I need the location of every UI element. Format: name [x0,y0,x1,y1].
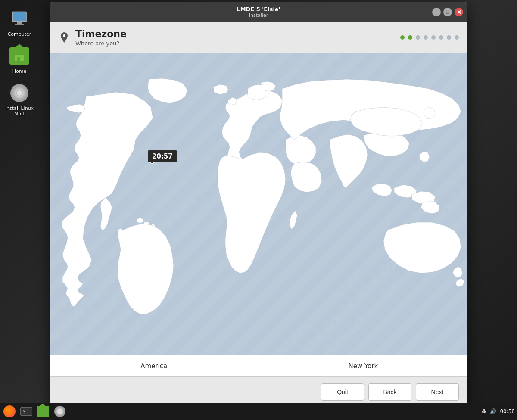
progress-dots [400,35,459,40]
terminal-icon [20,407,32,416]
dot-6 [439,35,443,40]
dot-5 [431,35,436,40]
install-icon [9,83,30,103]
dot-4 [424,35,428,40]
taskbar: 🖧 🔊 00:58 [0,403,517,420]
taskbar-files[interactable] [36,404,50,419]
quit-button[interactable]: Quit [321,383,364,401]
svg-rect-1 [13,12,26,21]
minimize-button[interactable]: − [432,8,441,16]
install-desktop-icon[interactable]: Install Linux Mint [4,83,34,117]
location-icon [58,31,70,44]
installer-window: LMDE 5 'Elsie' Installer − □ ✕ Timezone [50,2,467,407]
title-bar: LMDE 5 'Elsie' Installer − □ ✕ [50,2,467,22]
taskbar-terminal[interactable] [19,404,34,419]
page-title: Timezone [75,28,127,39]
map-container[interactable]: 20:57 [50,53,467,355]
taskbar-clock: 00:58 [500,408,515,414]
computer-icon [9,9,30,29]
home-icon [9,46,30,66]
back-button[interactable]: Back [368,383,411,401]
header-title-group: Timezone Where are you? [75,28,127,47]
desktop-icons: Computer Home Install Linux Mint [4,9,34,117]
title-bar-text: LMDE 5 'Elsie' Installer [237,6,280,18]
svg-rect-2 [17,22,22,24]
page-subtitle: Where are you? [75,40,127,47]
timezone-city-selector[interactable]: New York [259,355,468,376]
dot-8 [455,35,459,40]
files-icon [37,406,49,417]
svg-rect-5 [17,57,20,61]
header-left: Timezone Where are you? [58,28,127,47]
svg-rect-3 [15,24,24,25]
computer-icon-label: Computer [8,31,31,37]
svg-point-7 [137,218,143,223]
cd-taskbar-icon [54,406,65,417]
dot-7 [447,35,451,40]
next-button[interactable]: Next [416,383,459,401]
taskbar-firefox[interactable] [2,404,17,419]
taskbar-network-icon: 🖧 [481,408,486,414]
home-icon-label: Home [12,68,26,74]
computer-desktop-icon[interactable]: Computer [4,9,34,37]
taskbar-volume-icon: 🔊 [490,408,496,414]
title-bar-buttons: − □ ✕ [432,8,463,16]
taskbar-right: 🖧 🔊 00:58 [481,408,515,414]
time-tooltip: 20:57 [148,150,177,162]
home-desktop-icon[interactable]: Home [4,46,34,74]
install-icon-label: Install Linux Mint [4,106,34,117]
close-button[interactable]: ✕ [455,8,463,16]
dot-2 [408,35,412,40]
maximize-button[interactable]: □ [443,8,452,16]
desktop: Computer Home Install Linux Mint [0,0,517,420]
dot-1 [400,35,405,40]
window-subtitle: Installer [249,12,268,18]
firefox-icon [3,405,16,417]
taskbar-cd[interactable] [53,404,67,419]
window-title: LMDE 5 'Elsie' [237,6,280,12]
installer-header: Timezone Where are you? [50,22,467,53]
svg-point-6 [63,34,65,37]
timezone-selectors: America New York [50,355,467,376]
dot-3 [416,35,420,40]
timezone-region-selector[interactable]: America [50,355,259,376]
